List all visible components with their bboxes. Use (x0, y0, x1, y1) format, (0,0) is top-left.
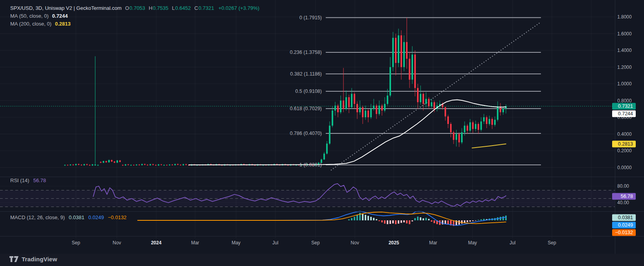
candle (144, 164, 146, 165)
macd-bar (403, 220, 405, 222)
candle (472, 122, 474, 129)
candle (343, 101, 344, 109)
price-axis-label: 1.8000 (617, 14, 632, 20)
candle (389, 67, 391, 96)
candle (72, 164, 74, 165)
candle (183, 164, 184, 165)
candle (161, 164, 162, 165)
candle (447, 116, 449, 124)
ma50-legend-row[interactable]: MA (50, close, 0) 0.7244 (10, 12, 259, 20)
candle (387, 96, 388, 104)
candle (345, 97, 347, 109)
candle (467, 126, 468, 131)
price-axis-label: 1.4000 (617, 48, 632, 53)
macd-bar (502, 216, 504, 220)
candle (425, 99, 427, 104)
candle (403, 42, 405, 67)
candle (392, 38, 394, 67)
fib-level-label: 0.618 (0.7029) (290, 106, 322, 111)
candle (114, 162, 115, 163)
macd-bar (505, 216, 507, 220)
macd-label: MACD (12, 26, close, 9) (10, 214, 65, 220)
candle (130, 165, 132, 165)
candle (174, 164, 176, 165)
trend-line[interactable] (331, 23, 540, 170)
candle (108, 160, 110, 163)
candle (483, 117, 485, 122)
macd-hist-badge: 0.0381 (612, 214, 636, 221)
macd-bar (411, 220, 413, 222)
open-value: O0.7053 (125, 5, 145, 11)
candle (478, 124, 479, 130)
macd-bar (378, 220, 380, 221)
macd-bar (398, 220, 399, 224)
symbol-legend-row[interactable]: SPX/USD, 3D, Uniswap V2 | GeckoTerminal.… (10, 4, 259, 12)
candle (122, 165, 124, 165)
candle (326, 144, 328, 154)
price-axis-label: 0.4000 (617, 131, 632, 137)
candle (469, 122, 471, 131)
time-axis-label: Sep (311, 240, 319, 246)
candle (362, 107, 364, 118)
candlestick-series-history[interactable] (64, 56, 316, 166)
candle (133, 165, 135, 165)
candle (83, 164, 85, 165)
tradingview-attribution[interactable]: TradingView (9, 256, 57, 262)
macd-histogram[interactable] (348, 213, 507, 226)
macd-bar (351, 218, 352, 220)
macd-legend-row[interactable]: MACD (12, 26, close, 9) 0.0381 0.0249 −0… (10, 214, 127, 220)
candle (414, 55, 416, 88)
ma200-value: 0.2813 (55, 21, 71, 27)
candle (431, 102, 432, 107)
macd-bar (414, 218, 416, 220)
macd-bar (356, 215, 358, 220)
candle (359, 107, 361, 113)
candle (365, 111, 366, 117)
candle (370, 109, 372, 117)
ma200-line[interactable] (472, 144, 506, 148)
candle (489, 119, 490, 124)
fib-level-label: 0.5 (0.9108) (295, 89, 322, 94)
candle (453, 132, 454, 140)
time-axis-label: Mar (429, 240, 437, 246)
candle (105, 161, 107, 163)
candle (89, 165, 90, 165)
candle (125, 164, 126, 166)
time-axis-label: May (468, 240, 477, 246)
ma200-legend-row[interactable]: MA (200, close, 0) 0.2813 (10, 20, 259, 28)
rsi-axis-label: 80.00 (617, 183, 629, 189)
macd-bar (354, 217, 355, 220)
candle (354, 94, 355, 104)
macd-bar (384, 220, 386, 224)
macd-bar (409, 220, 410, 224)
macd-bar (458, 220, 460, 225)
candle (155, 165, 157, 165)
chart-area[interactable]: 0 (1.7915)0.236 (1.3758)0.382 (1.1186)0.… (0, 0, 644, 254)
macd-signal-value: −0.0132 (108, 214, 126, 220)
ma50-value: 0.7244 (52, 13, 68, 19)
ma50-line[interactable] (189, 100, 506, 165)
fib-level-label: 0.786 (0.4070) (290, 131, 322, 136)
candle (400, 35, 402, 67)
candle (409, 59, 410, 79)
candle (103, 161, 104, 163)
macd-bar (475, 220, 476, 221)
price-axis-label: 0.2000 (617, 148, 632, 153)
rsi-legend-row[interactable]: RSI (14) 56.78 (10, 177, 46, 183)
macd-bar (367, 216, 369, 221)
macd-bar (387, 220, 388, 224)
candle (494, 120, 496, 125)
candle (417, 88, 419, 102)
high-value: H0.7535 (149, 5, 168, 11)
macd-bar (389, 220, 391, 224)
macd-bar (392, 220, 394, 224)
candle (351, 94, 352, 107)
candle (321, 159, 322, 163)
candle (502, 109, 504, 113)
time-axis-label: Jul (509, 240, 515, 246)
candle (127, 164, 129, 165)
candle (138, 164, 140, 165)
candle (329, 126, 330, 144)
macd-bar (425, 218, 427, 220)
macd-bar (445, 220, 446, 224)
